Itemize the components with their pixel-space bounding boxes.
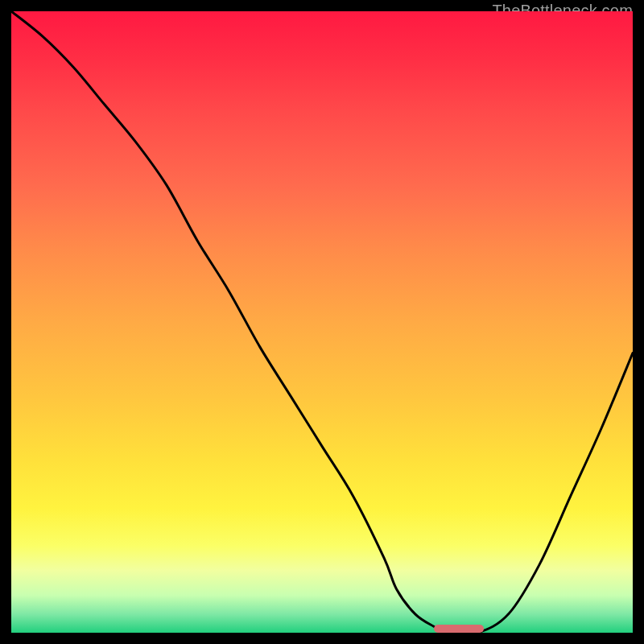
bottleneck-chart: TheBottleneck.com	[0, 0, 644, 644]
optimal-range-marker	[434, 625, 484, 633]
bottleneck-curve	[11, 11, 633, 633]
plot-area	[11, 11, 633, 633]
